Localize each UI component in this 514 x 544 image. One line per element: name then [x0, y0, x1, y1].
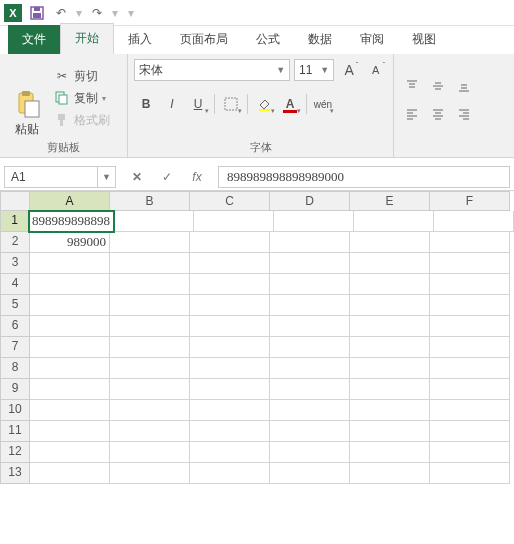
cell-E7[interactable]	[350, 337, 430, 358]
qat-customize-icon[interactable]: ▾	[128, 6, 134, 20]
cell-F7[interactable]	[430, 337, 510, 358]
enter-formula-button[interactable]: ✓	[154, 166, 180, 188]
cell-C1[interactable]	[194, 211, 274, 232]
cell-D5[interactable]	[270, 295, 350, 316]
undo-icon[interactable]: ↶	[52, 4, 70, 22]
cell-C10[interactable]	[190, 400, 270, 421]
cell-C12[interactable]	[190, 442, 270, 463]
cell-E12[interactable]	[350, 442, 430, 463]
align-top-button[interactable]	[400, 74, 424, 98]
underline-button[interactable]: U▾	[186, 92, 210, 116]
cell-F5[interactable]	[430, 295, 510, 316]
cell-F4[interactable]	[430, 274, 510, 295]
align-bottom-button[interactable]	[452, 74, 476, 98]
tab-insert[interactable]: 插入	[114, 25, 166, 54]
column-header[interactable]: E	[350, 191, 430, 211]
row-header[interactable]: 4	[0, 274, 30, 295]
cell-C4[interactable]	[190, 274, 270, 295]
font-name-dropdown[interactable]: 宋体▼	[134, 59, 290, 81]
cell-C3[interactable]	[190, 253, 270, 274]
fill-color-button[interactable]: ▾	[252, 92, 276, 116]
cell-E8[interactable]	[350, 358, 430, 379]
cell-B6[interactable]	[110, 316, 190, 337]
cell-E9[interactable]	[350, 379, 430, 400]
italic-button[interactable]: I	[160, 92, 184, 116]
cell-E2[interactable]	[350, 232, 430, 253]
cancel-formula-button[interactable]: ✕	[124, 166, 150, 188]
border-button[interactable]: ▾	[219, 92, 243, 116]
cell-E13[interactable]	[350, 463, 430, 484]
row-header[interactable]: 11	[0, 421, 30, 442]
row-header[interactable]: 6	[0, 316, 30, 337]
cell-A2[interactable]: 989000	[30, 232, 110, 253]
cell-D8[interactable]	[270, 358, 350, 379]
cell-A10[interactable]	[30, 400, 110, 421]
cell-D1[interactable]	[274, 211, 354, 232]
tab-data[interactable]: 数据	[294, 25, 346, 54]
cell-D10[interactable]	[270, 400, 350, 421]
tab-review[interactable]: 审阅	[346, 25, 398, 54]
row-header[interactable]: 1	[0, 211, 29, 232]
cell-A6[interactable]	[30, 316, 110, 337]
cut-button[interactable]: ✂剪切	[52, 67, 112, 86]
cell-B8[interactable]	[110, 358, 190, 379]
cell-B7[interactable]	[110, 337, 190, 358]
cell-A1[interactable]: 898989898898	[29, 211, 114, 232]
align-right-button[interactable]	[452, 102, 476, 126]
cell-C8[interactable]	[190, 358, 270, 379]
cell-D6[interactable]	[270, 316, 350, 337]
cell-E5[interactable]	[350, 295, 430, 316]
cell-F11[interactable]	[430, 421, 510, 442]
cell-A7[interactable]	[30, 337, 110, 358]
cell-B12[interactable]	[110, 442, 190, 463]
tab-layout[interactable]: 页面布局	[166, 25, 242, 54]
copy-button[interactable]: 复制 ▾	[52, 89, 112, 108]
cell-A13[interactable]	[30, 463, 110, 484]
row-header[interactable]: 8	[0, 358, 30, 379]
column-header[interactable]: D	[270, 191, 350, 211]
formula-bar[interactable]: 898989898898989000	[218, 166, 510, 188]
cell-C6[interactable]	[190, 316, 270, 337]
cell-F13[interactable]	[430, 463, 510, 484]
row-header[interactable]: 13	[0, 463, 30, 484]
cell-B1[interactable]	[114, 211, 194, 232]
cell-A4[interactable]	[30, 274, 110, 295]
cell-F12[interactable]	[430, 442, 510, 463]
column-header[interactable]: C	[190, 191, 270, 211]
cell-F3[interactable]	[430, 253, 510, 274]
redo-icon[interactable]: ↷	[88, 4, 106, 22]
name-box[interactable]: A1 ▼	[4, 166, 116, 188]
bold-button[interactable]: B	[134, 92, 158, 116]
font-color-button[interactable]: A▾	[278, 92, 302, 116]
cell-E1[interactable]	[354, 211, 434, 232]
cell-C13[interactable]	[190, 463, 270, 484]
cell-C9[interactable]	[190, 379, 270, 400]
format-painter-button[interactable]: 格式刷	[52, 111, 112, 130]
row-header[interactable]: 10	[0, 400, 30, 421]
row-header[interactable]: 2	[0, 232, 30, 253]
row-header[interactable]: 7	[0, 337, 30, 358]
cell-D2[interactable]	[270, 232, 350, 253]
cell-D3[interactable]	[270, 253, 350, 274]
cell-E10[interactable]	[350, 400, 430, 421]
cell-D9[interactable]	[270, 379, 350, 400]
align-center-button[interactable]	[426, 102, 450, 126]
cell-F9[interactable]	[430, 379, 510, 400]
cell-D7[interactable]	[270, 337, 350, 358]
row-header[interactable]: 12	[0, 442, 30, 463]
phonetic-button[interactable]: wén▾	[311, 92, 335, 116]
cell-B4[interactable]	[110, 274, 190, 295]
cell-C2[interactable]	[190, 232, 270, 253]
tab-formulas[interactable]: 公式	[242, 25, 294, 54]
save-icon[interactable]	[28, 4, 46, 22]
cell-C7[interactable]	[190, 337, 270, 358]
row-header[interactable]: 3	[0, 253, 30, 274]
cell-C5[interactable]	[190, 295, 270, 316]
cell-D12[interactable]	[270, 442, 350, 463]
cell-A3[interactable]	[30, 253, 110, 274]
tab-view[interactable]: 视图	[398, 25, 450, 54]
cell-F8[interactable]	[430, 358, 510, 379]
cell-D11[interactable]	[270, 421, 350, 442]
chevron-down-icon[interactable]: ▼	[97, 167, 115, 187]
cell-A5[interactable]	[30, 295, 110, 316]
